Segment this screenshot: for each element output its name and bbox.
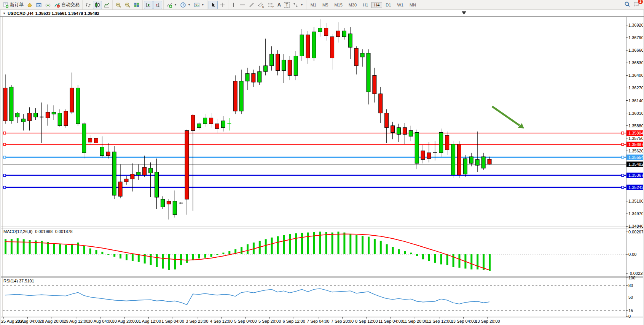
chart-shift-button[interactable]: [153, 1, 162, 9]
svg-text:1.35750: 1.35750: [628, 136, 643, 141]
tile-windows-icon: [134, 2, 140, 8]
auto-trading-icon: [54, 2, 60, 8]
svg-text:6 Sep 12:00: 6 Sep 12:00: [283, 319, 305, 323]
rsi-indicator-label: RSI(14) 37.5101: [3, 279, 34, 283]
dropdown-caret-icon: ▼: [300, 3, 303, 6]
timeframe-h1[interactable]: H1: [360, 2, 371, 8]
svg-text:1.35620: 1.35620: [628, 149, 643, 153]
dropdown-caret-icon: ▼: [174, 3, 177, 6]
svg-text:0.00: 0.00: [628, 252, 636, 257]
svg-text:8 Sep 12:00: 8 Sep 12:00: [355, 319, 378, 323]
svg-text:1.35804: 1.35804: [628, 131, 643, 135]
search-icon[interactable]: [624, 1, 630, 8]
svg-text:1.35100: 1.35100: [628, 199, 643, 203]
trendline-button[interactable]: [247, 1, 256, 9]
svg-text:50: 50: [628, 295, 633, 300]
svg-text:1.36920: 1.36920: [628, 23, 643, 27]
svg-text:-0.002265: -0.002265: [628, 271, 643, 276]
bar-chart-button[interactable]: [84, 1, 93, 9]
chart-canvas[interactable]: 1.369201.367901.366601.365301.364001.362…: [0, 10, 643, 324]
horizontal-line-icon: [239, 2, 245, 8]
clock-icon: [180, 2, 186, 8]
periods-button[interactable]: ▼: [179, 1, 192, 9]
svg-text:3 Sep 23:00: 3 Sep 23:00: [186, 319, 208, 323]
bar-chart-icon: [85, 2, 91, 8]
svg-text:1.36660: 1.36660: [628, 48, 643, 52]
candlestick-icon: [94, 2, 100, 8]
svg-text:1.36530: 1.36530: [628, 60, 643, 65]
svg-text:1.34970: 1.34970: [628, 211, 643, 216]
svg-text:1.36270: 1.36270: [628, 86, 643, 90]
timeframe-toolbar: M1 M5 M15 M30 H1 H4 D1 W1 MN: [306, 0, 420, 10]
equidistant-channel-button[interactable]: E: [256, 1, 266, 9]
market-watch-button[interactable]: [34, 1, 43, 9]
timeframe-m30[interactable]: M30: [346, 2, 359, 8]
horizontal-line-button[interactable]: [238, 1, 247, 9]
auto-scroll-button[interactable]: [144, 1, 153, 9]
fibonacci-button[interactable]: F: [266, 1, 276, 9]
macd-indicator-label: MACD(12,26,9) -0.001988 -0.001878: [3, 229, 73, 234]
svg-text:30 Aug 20:00: 30 Aug 20:00: [112, 319, 137, 323]
fibo-f-glyph: F: [273, 5, 274, 8]
svg-text:1.36400: 1.36400: [628, 73, 643, 78]
svg-text:5 Sep 04:00: 5 Sep 04:00: [234, 319, 257, 323]
svg-text:1.35367: 1.35367: [628, 173, 643, 178]
template-icon: [194, 2, 200, 8]
timeframe-m5[interactable]: M5: [320, 2, 331, 8]
crosshair-button[interactable]: [218, 1, 227, 9]
timeframe-d1[interactable]: D1: [383, 2, 394, 8]
main-toolbar: 新订单 自动交易: [0, 0, 644, 10]
line-chart-icon: [104, 2, 110, 8]
indicators-button[interactable]: ▼: [165, 1, 179, 9]
line-chart-button[interactable]: [102, 1, 111, 9]
svg-text:100: 100: [628, 276, 635, 280]
svg-text:11 Sep 04:00: 11 Sep 04:00: [378, 319, 403, 323]
channel-icon: E: [258, 2, 265, 8]
styler-button[interactable]: [25, 1, 34, 9]
zoom-in-button[interactable]: [114, 1, 123, 9]
new-order-icon: [3, 2, 9, 8]
text-label-icon: T: [284, 2, 290, 8]
new-order-label: 新订单: [10, 2, 24, 8]
vertical-line-button[interactable]: [230, 1, 238, 9]
svg-text:1 Sep 04:00: 1 Sep 04:00: [162, 319, 184, 323]
svg-text:11 Sep 20:00: 11 Sep 20:00: [403, 319, 427, 323]
timeframe-m15[interactable]: M15: [332, 2, 345, 8]
auto-trading-label: 自动交易: [61, 2, 80, 8]
timeframe-mn[interactable]: MN: [407, 2, 419, 8]
notification-badge: 1: [638, 0, 643, 4]
timeframe-h4[interactable]: H4: [371, 2, 382, 8]
vertical-line-icon: [231, 2, 236, 8]
svg-text:1.35482: 1.35482: [628, 162, 643, 166]
svg-text:80: 80: [628, 283, 633, 288]
svg-text:13 Sep 20:00: 13 Sep 20:00: [475, 319, 500, 323]
chart-window-icon: [36, 2, 42, 8]
text-button[interactable]: A: [276, 1, 282, 9]
auto-trading-button[interactable]: 自动交易: [53, 1, 81, 9]
svg-text:4 Sep 12:00: 4 Sep 12:00: [210, 319, 233, 323]
timeframe-w1[interactable]: W1: [394, 2, 406, 8]
tile-windows-button[interactable]: [132, 1, 141, 9]
new-order-button[interactable]: 新订单: [1, 1, 25, 9]
fibonacci-icon: F: [268, 2, 274, 8]
arrows-button[interactable]: ▼: [291, 1, 305, 9]
dropdown-caret-icon: ▼: [201, 3, 204, 6]
svg-text:12 Sep 12:00: 12 Sep 12:00: [427, 319, 451, 323]
zoom-out-button[interactable]: [123, 1, 132, 9]
svg-text:0: 0: [628, 314, 631, 319]
timeframe-m1[interactable]: M1: [308, 2, 319, 8]
svg-text:1.35687: 1.35687: [628, 142, 643, 147]
candlestick-chart-button[interactable]: [93, 1, 102, 9]
dropdown-caret-icon: ▼: [188, 3, 191, 6]
signals-button[interactable]: [43, 1, 53, 9]
templates-button[interactable]: ▼: [192, 1, 206, 9]
cursor-button[interactable]: [209, 1, 218, 9]
notifications-button[interactable]: 1: [633, 1, 640, 8]
zoom-out-icon: [124, 2, 131, 8]
svg-text:1.36140: 1.36140: [628, 98, 643, 103]
text-label-button[interactable]: T: [282, 1, 291, 9]
svg-text:5 Sep 20:00: 5 Sep 20:00: [258, 319, 281, 323]
chart-shift-icon: [155, 2, 161, 8]
trendline-icon: [249, 2, 255, 8]
trading-platform-window: 新订单 自动交易: [0, 0, 644, 325]
